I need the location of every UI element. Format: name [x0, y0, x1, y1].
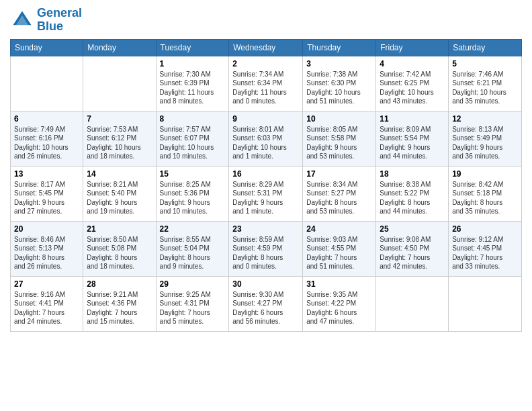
calendar-cell: 3Sunrise: 7:38 AM Sunset: 6:30 PM Daylig… [303, 56, 376, 111]
calendar-cell: 23Sunrise: 8:59 AM Sunset: 4:59 PM Dayli… [229, 221, 303, 276]
weekday-header-tuesday: Tuesday [156, 39, 229, 56]
calendar-cell: 10Sunrise: 8:05 AM Sunset: 5:58 PM Dayli… [303, 111, 376, 166]
calendar-cell [83, 56, 156, 111]
weekday-header-monday: Monday [83, 39, 156, 56]
calendar-cell: 31Sunrise: 9:35 AM Sunset: 4:22 PM Dayli… [303, 276, 376, 331]
day-number: 3 [306, 59, 372, 68]
day-number: 24 [306, 224, 372, 234]
week-row-1: 1Sunrise: 7:30 AM Sunset: 6:39 PM Daylig… [11, 56, 522, 111]
day-info: Sunrise: 9:12 AM Sunset: 4:45 PM Dayligh… [452, 235, 518, 271]
day-number: 26 [452, 224, 518, 234]
calendar-cell: 12Sunrise: 8:13 AM Sunset: 5:49 PM Dayli… [449, 111, 522, 166]
day-number: 8 [160, 114, 226, 124]
calendar-cell: 19Sunrise: 8:42 AM Sunset: 5:18 PM Dayli… [449, 166, 522, 221]
calendar-cell: 17Sunrise: 8:34 AM Sunset: 5:27 PM Dayli… [303, 166, 376, 221]
day-number: 11 [380, 114, 445, 124]
week-row-4: 20Sunrise: 8:46 AM Sunset: 5:13 PM Dayli… [11, 221, 522, 276]
calendar-cell: 1Sunrise: 7:30 AM Sunset: 6:39 PM Daylig… [156, 56, 229, 111]
day-number: 19 [452, 169, 518, 179]
day-info: Sunrise: 8:17 AM Sunset: 5:45 PM Dayligh… [14, 180, 79, 216]
calendar-cell: 15Sunrise: 8:25 AM Sunset: 5:36 PM Dayli… [156, 166, 229, 221]
day-number: 30 [232, 279, 299, 289]
calendar-cell: 6Sunrise: 7:49 AM Sunset: 6:16 PM Daylig… [11, 111, 83, 166]
day-number: 23 [232, 224, 299, 234]
day-number: 28 [87, 279, 152, 289]
calendar-cell: 7Sunrise: 7:53 AM Sunset: 6:12 PM Daylig… [83, 111, 156, 166]
day-number: 4 [380, 59, 445, 68]
day-info: Sunrise: 8:29 AM Sunset: 5:31 PM Dayligh… [232, 180, 299, 216]
day-info: Sunrise: 9:03 AM Sunset: 4:55 PM Dayligh… [306, 235, 372, 271]
calendar-cell: 4Sunrise: 7:42 AM Sunset: 6:25 PM Daylig… [376, 56, 449, 111]
calendar-cell: 28Sunrise: 9:21 AM Sunset: 4:36 PM Dayli… [83, 276, 156, 331]
day-info: Sunrise: 8:46 AM Sunset: 5:13 PM Dayligh… [14, 235, 79, 271]
day-info: Sunrise: 8:59 AM Sunset: 4:59 PM Dayligh… [232, 235, 299, 271]
day-number: 29 [160, 279, 226, 289]
calendar-cell: 13Sunrise: 8:17 AM Sunset: 5:45 PM Dayli… [11, 166, 83, 221]
calendar-cell: 27Sunrise: 9:16 AM Sunset: 4:41 PM Dayli… [11, 276, 83, 331]
day-info: Sunrise: 9:21 AM Sunset: 4:36 PM Dayligh… [87, 290, 152, 326]
day-number: 10 [306, 114, 372, 124]
weekday-header-sunday: Sunday [11, 39, 83, 56]
day-number: 5 [452, 59, 518, 68]
day-info: Sunrise: 9:16 AM Sunset: 4:41 PM Dayligh… [14, 290, 79, 326]
day-info: Sunrise: 7:57 AM Sunset: 6:07 PM Dayligh… [160, 125, 226, 161]
day-number: 6 [14, 114, 79, 124]
day-number: 17 [306, 169, 372, 179]
week-row-3: 13Sunrise: 8:17 AM Sunset: 5:45 PM Dayli… [11, 166, 522, 221]
day-number: 16 [232, 169, 299, 179]
calendar-cell: 9Sunrise: 8:01 AM Sunset: 6:03 PM Daylig… [229, 111, 303, 166]
calendar-cell: 8Sunrise: 7:57 AM Sunset: 6:07 PM Daylig… [156, 111, 229, 166]
day-info: Sunrise: 8:25 AM Sunset: 5:36 PM Dayligh… [160, 180, 226, 216]
day-number: 18 [380, 169, 445, 179]
calendar-cell: 22Sunrise: 8:55 AM Sunset: 5:04 PM Dayli… [156, 221, 229, 276]
calendar-cell: 18Sunrise: 8:38 AM Sunset: 5:22 PM Dayli… [376, 166, 449, 221]
weekday-header-row: SundayMondayTuesdayWednesdayThursdayFrid… [11, 39, 522, 56]
day-info: Sunrise: 8:05 AM Sunset: 5:58 PM Dayligh… [306, 125, 372, 161]
weekday-header-saturday: Saturday [449, 39, 522, 56]
week-row-5: 27Sunrise: 9:16 AM Sunset: 4:41 PM Dayli… [11, 276, 522, 331]
day-number: 21 [87, 224, 152, 234]
day-info: Sunrise: 7:49 AM Sunset: 6:16 PM Dayligh… [14, 125, 79, 161]
day-info: Sunrise: 7:38 AM Sunset: 6:30 PM Dayligh… [306, 70, 372, 106]
calendar-cell: 5Sunrise: 7:46 AM Sunset: 6:21 PM Daylig… [449, 56, 522, 111]
day-number: 20 [14, 224, 79, 234]
day-number: 22 [160, 224, 226, 234]
day-info: Sunrise: 7:30 AM Sunset: 6:39 PM Dayligh… [160, 70, 226, 106]
day-info: Sunrise: 8:34 AM Sunset: 5:27 PM Dayligh… [306, 180, 372, 216]
day-info: Sunrise: 8:13 AM Sunset: 5:49 PM Dayligh… [452, 125, 518, 161]
page: General Blue SundayMondayTuesdayWednesda… [0, 0, 532, 411]
day-info: Sunrise: 8:42 AM Sunset: 5:18 PM Dayligh… [452, 180, 518, 216]
calendar-cell: 24Sunrise: 9:03 AM Sunset: 4:55 PM Dayli… [303, 221, 376, 276]
calendar-cell [376, 276, 449, 331]
day-info: Sunrise: 8:55 AM Sunset: 5:04 PM Dayligh… [160, 235, 226, 271]
day-number: 13 [14, 169, 79, 179]
logo-icon [10, 8, 34, 32]
calendar-cell [11, 56, 83, 111]
weekday-header-friday: Friday [376, 39, 449, 56]
day-info: Sunrise: 7:42 AM Sunset: 6:25 PM Dayligh… [380, 70, 445, 106]
day-info: Sunrise: 9:25 AM Sunset: 4:31 PM Dayligh… [160, 290, 226, 326]
day-number: 14 [87, 169, 152, 179]
day-info: Sunrise: 8:01 AM Sunset: 6:03 PM Dayligh… [232, 125, 299, 161]
calendar-table: SundayMondayTuesdayWednesdayThursdayFrid… [10, 39, 522, 332]
day-number: 1 [160, 59, 226, 68]
day-number: 27 [14, 279, 79, 289]
day-info: Sunrise: 8:50 AM Sunset: 5:08 PM Dayligh… [87, 235, 152, 271]
calendar-cell: 11Sunrise: 8:09 AM Sunset: 5:54 PM Dayli… [376, 111, 449, 166]
calendar-cell: 14Sunrise: 8:21 AM Sunset: 5:40 PM Dayli… [83, 166, 156, 221]
day-number: 2 [232, 59, 299, 68]
calendar-cell: 21Sunrise: 8:50 AM Sunset: 5:08 PM Dayli… [83, 221, 156, 276]
day-info: Sunrise: 7:53 AM Sunset: 6:12 PM Dayligh… [87, 125, 152, 161]
day-info: Sunrise: 8:09 AM Sunset: 5:54 PM Dayligh… [380, 125, 445, 161]
weekday-header-wednesday: Wednesday [229, 39, 303, 56]
day-info: Sunrise: 7:46 AM Sunset: 6:21 PM Dayligh… [452, 70, 518, 106]
calendar-cell [449, 276, 522, 331]
day-info: Sunrise: 7:34 AM Sunset: 6:34 PM Dayligh… [232, 70, 299, 106]
calendar-cell: 16Sunrise: 8:29 AM Sunset: 5:31 PM Dayli… [229, 166, 303, 221]
calendar-cell: 30Sunrise: 9:30 AM Sunset: 4:27 PM Dayli… [229, 276, 303, 331]
day-number: 7 [87, 114, 152, 124]
calendar-cell: 25Sunrise: 9:08 AM Sunset: 4:50 PM Dayli… [376, 221, 449, 276]
day-number: 9 [232, 114, 299, 124]
calendar-cell: 2Sunrise: 7:34 AM Sunset: 6:34 PM Daylig… [229, 56, 303, 111]
weekday-header-thursday: Thursday [303, 39, 376, 56]
